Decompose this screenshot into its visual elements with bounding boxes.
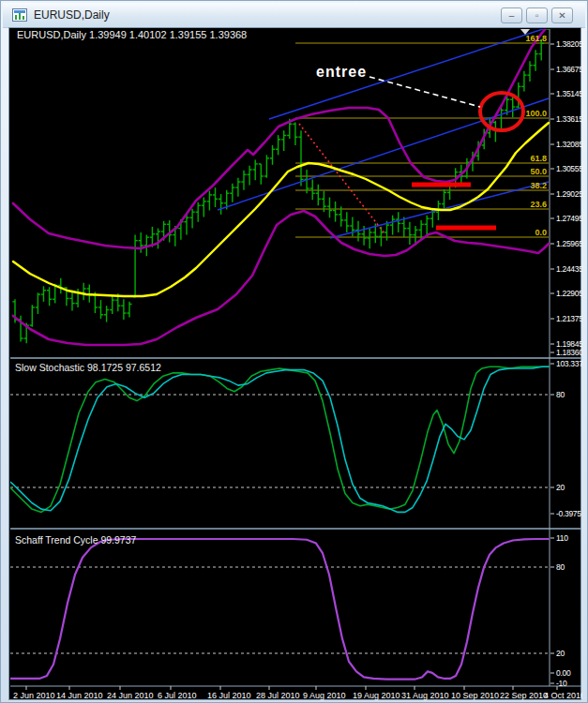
date-tick-label: 10 Sep 2010 xyxy=(451,691,499,700)
candle xyxy=(82,283,86,300)
candle xyxy=(425,216,430,235)
schaff-tick-label: 20 xyxy=(556,649,565,658)
schaff-panel[interactable] xyxy=(9,539,549,680)
price-axis[interactable]: 1.382051.366751.351451.336151.320851.305… xyxy=(550,39,582,357)
stochastic-tick-label: 80 xyxy=(556,390,565,399)
date-tick-label: 6 Jul 2010 xyxy=(158,691,197,700)
candle xyxy=(47,287,52,306)
candle xyxy=(253,160,258,181)
candle xyxy=(368,229,372,249)
stochastic-tick-label: -0.3975 xyxy=(556,509,581,518)
date-tick-label: 24 Jun 2010 xyxy=(107,691,154,700)
candle xyxy=(259,164,264,185)
fib-level-label: 38.2 xyxy=(530,181,547,190)
close-button[interactable]: ✕ xyxy=(551,7,573,23)
candle xyxy=(58,278,63,294)
candle xyxy=(110,296,114,314)
date-tick-label: 31 Aug 2010 xyxy=(401,691,449,700)
fib-level-label: 161.8 xyxy=(525,34,547,43)
fib-level-label: 23.6 xyxy=(530,200,547,209)
candle xyxy=(69,291,74,311)
price-tick-label: 1.25965 xyxy=(556,239,582,248)
candle xyxy=(298,130,303,186)
candle xyxy=(305,170,309,193)
schaff-tick-label: 80 xyxy=(556,562,565,572)
candle xyxy=(396,212,400,232)
main-chart-panel[interactable]: entree xyxy=(12,28,550,345)
candle xyxy=(98,300,103,319)
candle xyxy=(196,202,201,222)
price-tick-label: 1.24435 xyxy=(556,264,582,274)
candle xyxy=(264,155,269,177)
price-tick-label: 1.36675 xyxy=(556,65,582,74)
stochastic-tick-label: 20 xyxy=(556,483,565,492)
candle xyxy=(521,71,526,92)
candle xyxy=(327,198,332,218)
fib-level-label: 61.8 xyxy=(530,154,547,163)
candle xyxy=(379,227,384,247)
title-bar[interactable]: EURUSD,Daily – ▫ ✕ xyxy=(3,3,585,28)
price-tick-label: 1.22905 xyxy=(556,289,582,298)
fib-level-label: 0.0 xyxy=(535,228,547,237)
date-tick-label: 16 Jul 2010 xyxy=(207,691,251,700)
chart-canvas[interactable]: entreeEURUSD,Daily 1.39949 1.40102 1.391… xyxy=(9,28,582,701)
date-tick-label: 2 Jun 2010 xyxy=(13,691,55,700)
candle xyxy=(333,202,338,222)
candle xyxy=(350,217,354,236)
candle xyxy=(390,216,395,235)
date-axis[interactable]: 2 Jun 201014 Jun 201024 Jun 20106 Jul 20… xyxy=(13,686,582,700)
minimize-button[interactable]: – xyxy=(501,7,522,23)
candle xyxy=(190,209,195,229)
candle xyxy=(281,130,286,151)
candle xyxy=(219,194,223,215)
price-tick-label: 1.35145 xyxy=(556,89,582,98)
stochastic-main-line xyxy=(9,366,549,512)
date-tick-label: 4 Oct 2010 xyxy=(544,691,582,700)
candle xyxy=(207,191,212,211)
chart-client-area[interactable]: entreeEURUSD,Daily 1.39949 1.40102 1.391… xyxy=(8,27,581,700)
entry-label: entree xyxy=(316,64,367,80)
fib-level-label: 50.0 xyxy=(530,167,547,176)
ohlc-header: EURUSD,Daily 1.39949 1.40102 1.39155 1.3… xyxy=(17,29,247,40)
schaff-tick-label: -10 xyxy=(556,679,567,688)
candle xyxy=(407,222,412,245)
candle xyxy=(442,189,446,209)
stochastic-label: Slow Stochastic 98.1725 97.6512 xyxy=(15,362,161,373)
schaff-line xyxy=(9,539,549,680)
candle xyxy=(156,229,160,249)
candle xyxy=(235,178,240,197)
stochastic-tick-label: 103.3374 xyxy=(556,359,582,368)
candle xyxy=(133,235,138,298)
date-tick-label: 28 Jul 2010 xyxy=(256,691,300,700)
price-tick-label: 1.38205 xyxy=(556,39,582,49)
price-tick-label: 1.27495 xyxy=(556,214,582,223)
date-tick-label: 14 Jun 2010 xyxy=(56,691,103,700)
trendline-mid-channel[interactable] xyxy=(218,98,549,210)
candle xyxy=(121,299,126,320)
candle xyxy=(139,232,143,253)
price-tick-label: 1.29025 xyxy=(556,189,582,199)
candle xyxy=(293,123,297,145)
price-tick-label: 1.21375 xyxy=(556,314,582,323)
restore-button[interactable]: ▫ xyxy=(526,7,548,23)
candle xyxy=(248,166,252,186)
candle xyxy=(41,286,46,302)
schaff-tick-label: 110 xyxy=(556,533,568,543)
fib-level-label: 100.0 xyxy=(525,109,547,118)
chart-icon xyxy=(12,8,27,22)
bollinger-upper-band[interactable] xyxy=(13,28,549,248)
bollinger-lower-band[interactable] xyxy=(13,211,549,345)
candle xyxy=(36,292,40,314)
stochastic-panel[interactable] xyxy=(9,366,549,512)
price-tick-label: 1.18360 xyxy=(556,348,582,357)
window-title: EURUSD,Daily xyxy=(34,8,110,22)
candle xyxy=(527,61,532,82)
price-tick-label: 1.30555 xyxy=(556,164,582,173)
candle xyxy=(310,179,315,200)
entry-arrow-line[interactable] xyxy=(369,77,480,107)
schaff-label: Schaff Trend Cycle 99.9737 xyxy=(15,534,137,546)
candle xyxy=(30,305,35,326)
candle xyxy=(127,302,131,318)
candle xyxy=(316,185,321,206)
candle xyxy=(534,50,538,71)
